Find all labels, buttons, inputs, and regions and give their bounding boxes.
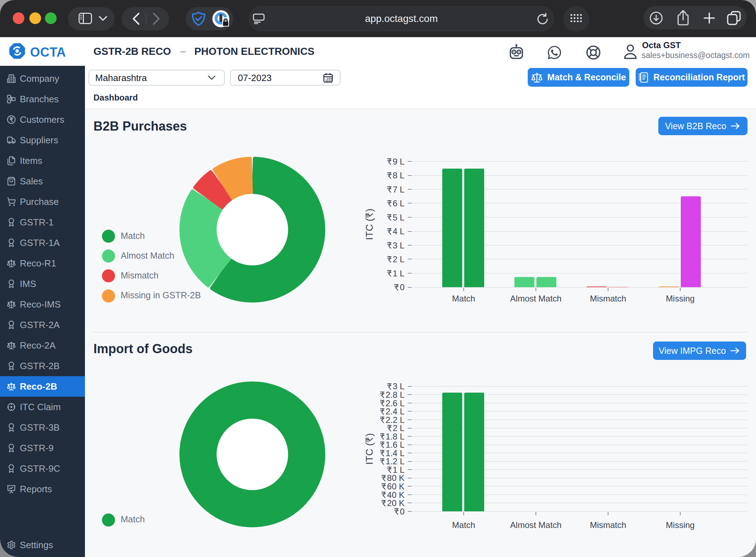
svg-text:1 L: 1 L (393, 465, 405, 475)
svg-text:8 L: 8 L (393, 171, 405, 180)
svg-text:Almost Match: Almost Match (510, 520, 561, 530)
svg-text:1.6 L: 1.6 L (386, 440, 405, 449)
svg-text:Almost Match: Almost Match (510, 294, 561, 303)
svg-text:4 L: 4 L (393, 226, 405, 236)
svg-text:60 K: 60 K (387, 482, 405, 491)
svg-text:0: 0 (400, 282, 405, 292)
svg-text:Missing: Missing (666, 294, 694, 303)
svg-text:): ) (364, 208, 375, 212)
svg-text:2.4 L: 2.4 L (386, 407, 405, 416)
svg-text:1.8 L: 1.8 L (386, 432, 405, 441)
svg-text:Missing: Missing (666, 520, 694, 530)
svg-text:Match: Match (452, 520, 475, 530)
svg-text:20 K: 20 K (387, 498, 405, 508)
svg-text:0: 0 (400, 507, 405, 516)
svg-text:): ) (364, 433, 375, 436)
svg-text:2.2 L: 2.2 L (386, 415, 405, 425)
svg-text:80 K: 80 K (387, 473, 405, 483)
svg-text:1 L: 1 L (393, 269, 405, 278)
svg-text:1.2 L: 1.2 L (386, 456, 405, 466)
svg-text:Mismatch: Mismatch (590, 294, 626, 303)
svg-text:3 L: 3 L (393, 382, 405, 391)
svg-text:2 L: 2 L (393, 254, 405, 264)
svg-text:5 L: 5 L (393, 213, 405, 222)
svg-text:1.4 L: 1.4 L (386, 448, 405, 458)
svg-text:2 L: 2 L (393, 423, 405, 433)
svg-text:Match: Match (452, 294, 475, 303)
svg-text:9 L: 9 L (393, 157, 405, 166)
svg-text:3 L: 3 L (393, 241, 405, 250)
svg-text:Mismatch: Mismatch (590, 520, 626, 530)
svg-text:ITC (: ITC ( (364, 218, 375, 240)
svg-text:ITC (: ITC ( (364, 442, 375, 465)
svg-text:7 L: 7 L (393, 185, 405, 194)
svg-text:2.6 L: 2.6 L (386, 398, 405, 408)
svg-text:2.8 L: 2.8 L (386, 390, 405, 400)
svg-text:40 K: 40 K (387, 490, 405, 500)
svg-text:6 L: 6 L (393, 199, 405, 208)
